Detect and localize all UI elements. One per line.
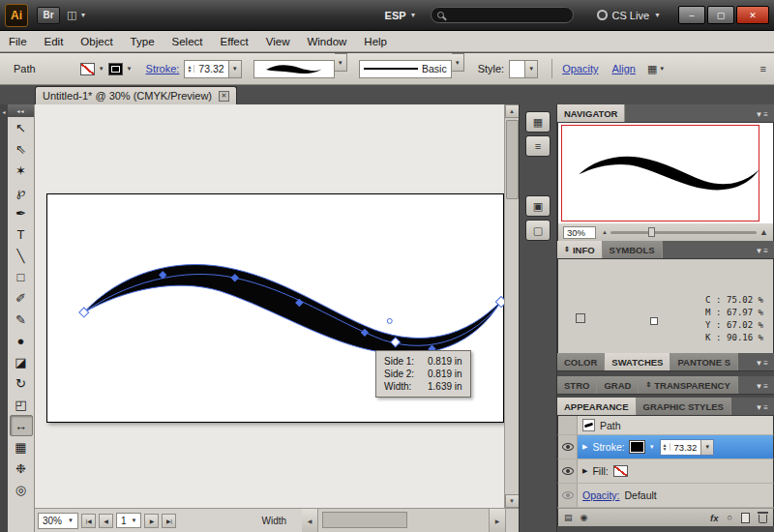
tool-blend[interactable]: ❉ [10,458,33,479]
search-input[interactable] [431,7,574,23]
panel-menu-icon[interactable]: ▼≡ [755,382,774,394]
visibility-eye-icon[interactable] [562,467,574,475]
tab-info[interactable]: ⇕ INFO [557,241,603,258]
menu-file[interactable]: File [0,31,36,51]
document-info-panel-icon[interactable]: ▢ [525,220,551,241]
fill-color-swatch[interactable] [613,465,628,477]
chevron-down-icon[interactable]: ▼ [127,66,133,72]
vertical-scroll-thumb[interactable] [506,120,519,199]
tab-graphic-styles[interactable]: GRAPHIC STYLES [637,398,731,415]
workspace-switcher[interactable]: ◫ ▼ [67,9,86,21]
tab-color[interactable]: COLOR [557,353,605,370]
minimize-button[interactable]: – [678,6,705,24]
cs-live-button[interactable]: CS Live ▼ [597,10,661,21]
opacity-link[interactable]: Opacity: [582,489,620,501]
tool-rectangle[interactable]: □ [10,266,33,287]
close-button[interactable]: ✕ [736,6,769,24]
stroke-panel-link[interactable]: Stroke: [146,63,180,74]
panel-menu-icon[interactable]: ▼≡ [755,110,774,122]
stepper-icon[interactable]: ▲▼ [661,443,670,451]
tool-lasso[interactable]: ℘ [10,181,33,202]
duplicate-item-icon[interactable] [741,513,750,523]
width-profile-dropdown[interactable] [253,60,335,78]
navigator-zoom-slider[interactable]: ▲ ▲ [602,227,768,237]
tab-pantone[interactable]: PANTONE S [670,353,738,370]
menu-object[interactable]: Object [72,31,121,51]
paragraph-panel-icon[interactable]: ≡ [525,135,551,157]
canvas-area[interactable]: Side 1:0.819 in Side 2:0.819 in Width:1.… [35,104,519,532]
brush-definition-dropdown[interactable]: Basic [359,60,452,78]
scroll-left-icon[interactable]: ◀ [302,509,317,532]
new-stroke-icon[interactable]: ▤ [564,513,573,522]
tab-navigator[interactable]: NAVIGATOR [557,104,625,122]
control-panel-menu-icon[interactable]: ≡ [760,63,766,74]
artboards-panel-icon[interactable]: ▦ [525,111,551,133]
slider-thumb[interactable] [648,227,655,237]
opacity-link[interactable]: Opacity [562,63,598,74]
stroke-weight-value[interactable]: 73.32 [194,63,227,74]
tool-eraser[interactable]: ◪ [10,351,33,372]
next-artboard-button[interactable]: ▶ [144,514,159,528]
chevron-down-icon[interactable]: ▼ [649,444,655,450]
tool-pencil[interactable]: ✎ [10,309,33,330]
appearance-path-row[interactable]: Path [557,416,774,435]
disclosure-triangle-icon[interactable]: ▶ [582,467,587,475]
menu-effect[interactable]: Effect [212,31,257,51]
tool-paintbrush[interactable]: ✐ [10,287,33,309]
tool-rotate[interactable]: ↻ [10,372,33,394]
visibility-eye-icon[interactable] [562,491,574,499]
fill-swatch[interactable] [80,63,95,75]
scroll-up-icon[interactable]: ▲ [505,104,520,118]
document-setup-icon[interactable]: ▦▼ [647,63,665,75]
stepper-icon[interactable]: ▲▼ [185,65,194,73]
menu-edit[interactable]: Edit [36,31,73,51]
tools-panel-header[interactable]: ◂◂ [8,104,34,117]
chevron-down-icon[interactable]: ▼ [700,440,713,455]
vertical-scrollbar[interactable]: ▲ ▼ [504,104,519,508]
left-dock-edge[interactable]: ◂ [0,104,8,532]
horizontal-scrollbar[interactable]: ◀ ▶ [302,509,519,532]
menu-view[interactable]: View [257,31,299,51]
panel-menu-icon[interactable]: ▼≡ [755,359,774,370]
tool-magic-wand[interactable]: ✶ [10,160,33,181]
appearance-fill-row[interactable]: ▶ Fill: [557,459,774,484]
stroke-color-swatch[interactable] [630,441,644,453]
language-dropdown[interactable]: ESP ▼ [385,10,417,21]
close-tab-icon[interactable]: ✕ [219,91,229,102]
scroll-down-icon[interactable]: ▼ [505,494,520,508]
stroke-weight-value[interactable]: 73.32 [670,442,701,453]
horizontal-scroll-track[interactable] [317,509,490,532]
scroll-right-icon[interactable]: ▶ [490,509,505,532]
tab-symbols[interactable]: SYMBOLS [603,241,663,258]
tool-line-segment[interactable]: ╲ [10,245,33,266]
new-fill-icon[interactable]: ◉ [580,513,588,522]
chevron-down-icon[interactable]: ▼ [452,53,464,72]
tab-stroke[interactable]: STRO [557,376,597,394]
appearance-stroke-row[interactable]: ▶ Stroke: ▼ ▲▼ 73.32 ▼ [557,435,774,459]
bridge-button[interactable]: Br [37,7,60,24]
tool-scale[interactable]: ◰ [10,394,33,415]
tool-direct-selection[interactable]: ⇖ [10,138,33,160]
navigator-preview[interactable] [557,123,774,223]
slider-track[interactable] [610,231,757,234]
clear-appearance-icon[interactable]: ○ [728,513,732,522]
stroke-weight-combo[interactable]: ▲▼ 73.32 ▼ [184,60,241,78]
previous-artboard-button[interactable]: ◀ [99,514,113,528]
tool-zoom[interactable]: ◎ [10,479,33,500]
disclosure-triangle-icon[interactable]: ▶ [582,443,587,451]
layers-panel-icon[interactable]: ▣ [525,195,551,217]
chevron-down-icon[interactable]: ▼ [99,66,104,72]
visibility-eye-icon[interactable] [562,443,574,451]
appearance-opacity-row[interactable]: Opacity: Default [557,484,774,508]
stroke-swatch[interactable] [108,63,123,75]
tool-type[interactable]: T [10,223,33,245]
delete-item-icon[interactable] [759,515,767,523]
first-artboard-button[interactable]: |◀ [81,514,96,528]
tool-blob-brush[interactable]: ● [10,330,33,351]
menu-select[interactable]: Select [164,31,212,51]
tab-appearance[interactable]: APPEARANCE [557,398,637,415]
menu-help[interactable]: Help [355,31,396,51]
add-effect-icon[interactable]: fx [710,513,718,523]
stroke-weight-combo[interactable]: ▲▼ 73.32 ▼ [660,439,715,456]
navigator-zoom-field[interactable]: 30% [563,226,596,239]
